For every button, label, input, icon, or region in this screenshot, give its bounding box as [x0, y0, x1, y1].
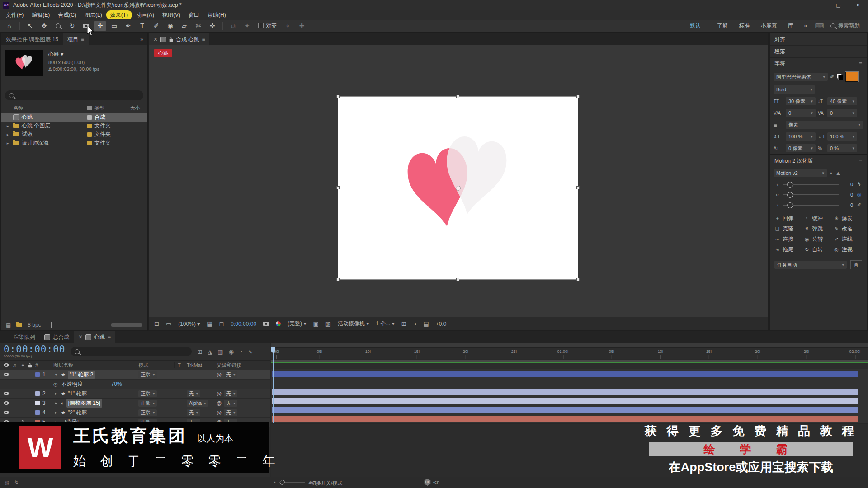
slider-knob[interactable]: [787, 202, 793, 208]
pickwhip-icon[interactable]: @: [217, 410, 222, 415]
track-row[interactable]: [271, 369, 868, 379]
tab-main-comp[interactable]: 总合成: [40, 331, 74, 343]
column-mode[interactable]: 模式: [136, 362, 174, 369]
minimize-button[interactable]: ─: [808, 0, 828, 10]
layer-bar-3[interactable]: [272, 398, 858, 404]
menu-composition[interactable]: 合成(C): [54, 10, 80, 19]
menu-animation[interactable]: 动画(A): [132, 10, 158, 19]
motion-bounce-button[interactable]: ＋回弹: [774, 214, 803, 223]
panel-menu-icon[interactable]: ≡: [859, 158, 862, 164]
fill-color-swatch[interactable]: [845, 72, 858, 82]
interpret-footage-icon[interactable]: ▤: [6, 322, 11, 328]
label-chip[interactable]: [35, 391, 40, 396]
motion-connect-button[interactable]: ∞连接: [774, 235, 803, 244]
timeline-search-input[interactable]: [71, 347, 192, 356]
track-row[interactable]: [271, 414, 868, 424]
slider-knob[interactable]: [787, 182, 793, 188]
baseline-shift-dropdown[interactable]: 0 像素: [786, 144, 816, 152]
brush-tool[interactable]: ✐: [151, 21, 162, 31]
dropper-icon[interactable]: ✐: [856, 202, 862, 208]
lock-icon[interactable]: [170, 39, 173, 42]
snap-checkbox[interactable]: [258, 23, 264, 28]
menu-edit[interactable]: 编辑(E): [28, 10, 54, 19]
label-chip[interactable]: [35, 410, 40, 415]
view-count-dropdown[interactable]: 1 个... ▾: [376, 320, 394, 328]
grid-options-icon[interactable]: ⌖: [282, 21, 293, 31]
camera-dropdown[interactable]: 活动摄像机 ▾: [338, 320, 369, 328]
slider-value[interactable]: 0: [842, 192, 853, 197]
project-row-composition[interactable]: 心跳 合成: [1, 113, 147, 122]
font-family-dropdown[interactable]: 阿里巴巴普惠体: [774, 73, 828, 81]
maximize-button[interactable]: ▢: [828, 0, 848, 10]
blend-mode-dropdown[interactable]: 正常: [138, 400, 157, 407]
selection-handle[interactable]: [336, 95, 340, 98]
motion-panel-header[interactable]: Motion 2 汉化版 ≡: [770, 155, 867, 167]
trkmat-dropdown[interactable]: 无: [187, 409, 200, 416]
panel-menu-icon[interactable]: ≡: [81, 36, 84, 42]
time-ruler[interactable]: :00f 05f 10f 15f 20f 25f 01:00f 05f 10f …: [271, 347, 868, 360]
horizontal-scrollbar[interactable]: [111, 323, 142, 327]
tsume-dropdown[interactable]: 0 %: [827, 144, 857, 152]
blend-mode-dropdown[interactable]: 正常: [138, 371, 157, 378]
tab-composition[interactable]: ✕ 合成 心跳 ≡: [149, 33, 209, 45]
channels-icon[interactable]: [276, 321, 281, 326]
layer-bar-2[interactable]: [272, 389, 858, 395]
selection-handle[interactable]: [336, 278, 340, 281]
current-time-display[interactable]: 0:00:00:00: [4, 345, 65, 354]
motion-jump-button[interactable]: ↯弹跳: [804, 224, 832, 233]
toggle-switches-button[interactable]: 切换开关/模式: [311, 480, 342, 487]
region-of-interest-icon[interactable]: ▣: [313, 320, 318, 327]
exposure-value[interactable]: +0.0: [436, 321, 447, 327]
motion-slider[interactable]: [783, 205, 839, 206]
workspace-default[interactable]: 默认: [686, 22, 705, 30]
shy-layer-icon[interactable]: ◮: [208, 348, 212, 355]
bolt-icon[interactable]: ↯: [856, 181, 862, 187]
tab-render-queue[interactable]: 渲染队列: [9, 331, 40, 343]
close-button[interactable]: ✕: [848, 0, 868, 10]
menu-layer[interactable]: 图层(L): [80, 10, 106, 19]
parent-dropdown[interactable]: 无: [224, 371, 237, 378]
workspace-libraries[interactable]: 库: [783, 22, 797, 30]
project-row-folder[interactable]: ▸试做 文件夹: [1, 130, 147, 139]
kerning-dropdown[interactable]: 0: [786, 109, 816, 117]
motion-link-button[interactable]: ↗连线: [834, 235, 862, 244]
slider-right-icon[interactable]: ›: [774, 202, 780, 208]
panel-menu-icon[interactable]: ≡: [202, 36, 205, 42]
close-tab-icon[interactable]: ✕: [78, 334, 83, 340]
tab-overflow[interactable]: »: [137, 33, 147, 45]
visibility-toggle[interactable]: [4, 411, 9, 414]
trash-icon[interactable]: [47, 322, 52, 328]
preview-comp-name[interactable]: 心跳 ▾: [48, 51, 99, 58]
layer-bar-5[interactable]: [272, 416, 858, 422]
pickwhip-icon[interactable]: @: [217, 372, 222, 377]
project-search-input[interactable]: [5, 90, 143, 100]
panel-menu-icon[interactable]: ≡: [108, 334, 111, 340]
help-search[interactable]: 搜索帮助: [830, 22, 860, 30]
type-tool[interactable]: T: [137, 21, 148, 31]
composition-viewer[interactable]: 心跳: [149, 45, 768, 317]
motion-side-button[interactable]: 直: [850, 260, 862, 269]
mountain-small-icon[interactable]: ▲: [829, 171, 833, 175]
zoom-out-mountain-icon[interactable]: ▲: [273, 480, 277, 484]
selection-handle[interactable]: [576, 186, 580, 189]
track-row[interactable]: [271, 396, 868, 406]
menu-view[interactable]: 视图(V): [158, 10, 184, 19]
motion-preset-dropdown[interactable]: Motion v2: [774, 169, 827, 177]
camera-tool[interactable]: [80, 21, 92, 31]
layer-bar-1[interactable]: [272, 371, 858, 377]
project-row-folder[interactable]: ▸设计师深海 文件夹: [1, 139, 147, 147]
motion-blur-icon[interactable]: ◉: [229, 348, 234, 355]
workspace-learn[interactable]: 了解: [713, 22, 732, 30]
timeline-jump-icon[interactable]: ▤: [424, 320, 429, 327]
column-trkmat[interactable]: TrkMat: [184, 362, 213, 368]
mask-visibility-icon[interactable]: ⧉: [227, 21, 239, 31]
antialias-dropdown[interactable]: 像素: [786, 121, 863, 129]
selection-handle[interactable]: [336, 186, 340, 189]
motion-trail-button[interactable]: ∿拖尾: [774, 245, 803, 254]
close-tab-icon[interactable]: ✕: [153, 36, 158, 42]
motion-ease-button[interactable]: ≈缓冲: [804, 214, 832, 223]
track-row[interactable]: [271, 378, 868, 388]
label-chip[interactable]: [35, 401, 40, 405]
timeline-zoom-slider[interactable]: ▲ ▲: [273, 479, 313, 485]
tracking-dropdown[interactable]: 0: [827, 109, 857, 117]
